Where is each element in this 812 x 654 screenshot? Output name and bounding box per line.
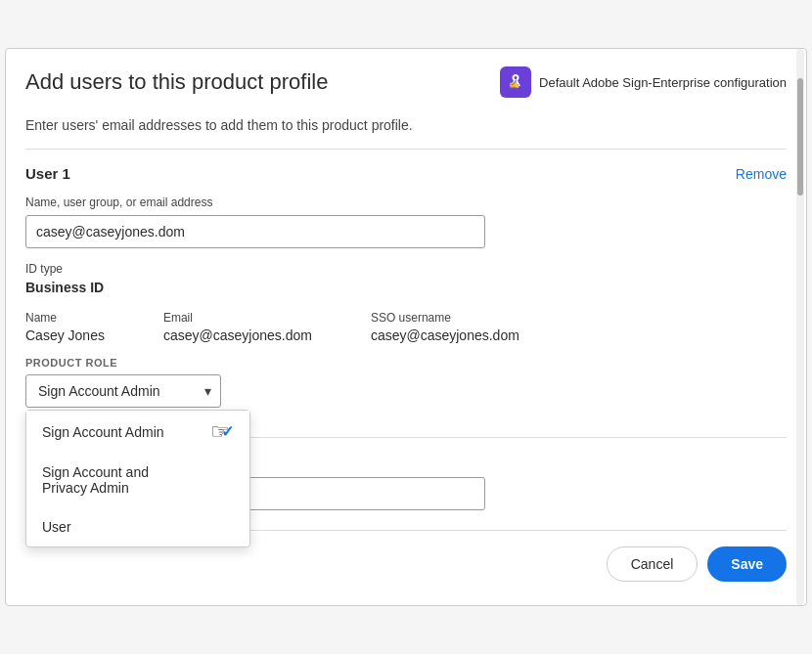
sso-label: SSO username: [371, 311, 519, 325]
user1-section: User 1 Remove Name, user group, or email…: [25, 165, 787, 408]
email-label: Email: [163, 311, 312, 325]
id-type-label: ID type: [25, 262, 787, 276]
product-role-dropdown-wrapper: Sign Account Admin Sign Account and Priv…: [25, 374, 221, 408]
email-value: casey@caseyjones.dom: [163, 327, 312, 343]
scrollbar-thumb[interactable]: [797, 78, 803, 196]
modal-content: Enter users' email addresses to add them…: [6, 108, 806, 605]
cancel-button[interactable]: Cancel: [607, 546, 699, 582]
user1-label: User 1: [25, 165, 70, 182]
badge-label: Default Adobe Sign-Enterprise configurat…: [539, 75, 787, 90]
scrollbar[interactable]: [796, 49, 804, 605]
checkmark-icon: ✓: [221, 422, 234, 441]
dropdown-item-label: User: [42, 519, 71, 535]
user1-header: User 1 Remove: [25, 165, 787, 182]
header-divider: [25, 149, 787, 150]
dropdown-item-privacy-admin[interactable]: Sign Account andPrivacy Admin: [26, 453, 249, 507]
product-role-dropdown-menu: Sign Account Admin ✓ ☞ Sign Account andP…: [25, 410, 250, 547]
modal-window: Add users to this product profile ✍ Defa…: [5, 48, 807, 606]
dropdown-item-user[interactable]: User: [26, 507, 249, 546]
modal-footer: Cancel Save: [25, 546, 787, 586]
user1-id-type: ID type Business ID: [25, 262, 787, 295]
product-role-section: PRODUCT ROLE Sign Account Admin Sign Acc…: [25, 357, 787, 408]
page-title: Add users to this product profile: [25, 69, 328, 95]
product-role-select[interactable]: Sign Account Admin Sign Account and Priv…: [25, 374, 221, 408]
save-button[interactable]: Save: [707, 546, 787, 582]
user1-field-label: Name, user group, or email address: [25, 196, 787, 209]
adobe-sign-icon: ✍: [500, 66, 531, 98]
remove-button[interactable]: Remove: [736, 166, 787, 182]
id-type-value: Business ID: [25, 280, 787, 295]
email-col: Email casey@caseyjones.dom: [163, 311, 312, 343]
sso-value: casey@caseyjones.dom: [371, 327, 519, 343]
user1-email-input[interactable]: [25, 215, 485, 248]
dropdown-item-sign-account-admin[interactable]: Sign Account Admin ✓ ☞: [26, 411, 249, 453]
product-badge: ✍ Default Adobe Sign-Enterprise configur…: [500, 66, 787, 98]
subtitle-text: Enter users' email addresses to add them…: [25, 108, 787, 149]
svg-text:✍: ✍: [509, 78, 520, 90]
product-role-label: PRODUCT ROLE: [25, 357, 787, 369]
name-col: Name Casey Jones: [25, 311, 105, 343]
user-info-row: Name Casey Jones Email casey@caseyjones.…: [25, 311, 787, 343]
dropdown-item-label: Sign Account Admin: [42, 424, 164, 440]
name-label: Name: [25, 311, 105, 325]
name-value: Casey Jones: [25, 327, 105, 343]
dropdown-item-label: Sign Account andPrivacy Admin: [42, 464, 149, 496]
modal-header: Add users to this product profile ✍ Defa…: [6, 49, 806, 108]
sso-col: SSO username casey@caseyjones.dom: [371, 311, 519, 343]
